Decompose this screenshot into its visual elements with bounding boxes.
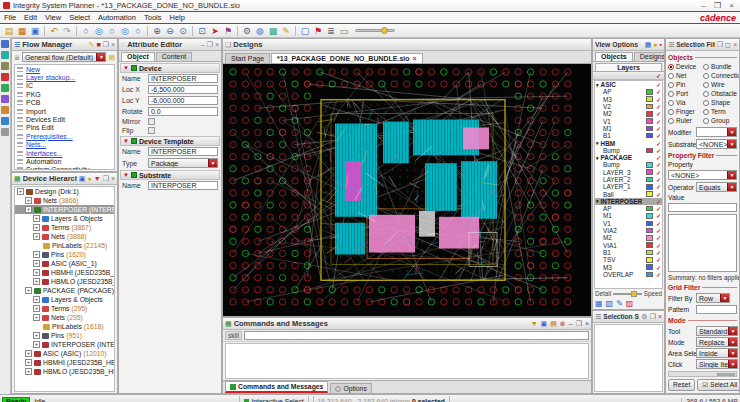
check-all-icon[interactable]: ✓ [656, 72, 661, 79]
close-panel-icon[interactable]: × [111, 41, 115, 48]
layer-row-asic[interactable]: ▾ASIC✓ [595, 81, 662, 88]
close-panel-icon[interactable]: × [733, 41, 737, 48]
visibility-check-icon[interactable]: ✓ [656, 242, 661, 249]
zoom-out-icon[interactable]: ⊖ [164, 25, 176, 37]
layer-row-bump[interactable]: Bump✓ [595, 147, 662, 154]
layer-color-swatch[interactable] [646, 184, 653, 190]
layer-row-layer_1[interactable]: LAYER_1✓ [595, 183, 662, 190]
visibility-check-icon[interactable]: ✓ [656, 198, 661, 205]
ref-visibility-icon[interactable]: ▧ [606, 299, 614, 308]
expander-icon[interactable]: + [25, 197, 32, 204]
radio-button-icon[interactable] [668, 73, 674, 79]
radio-button-icon[interactable] [668, 64, 674, 70]
tree-node[interactable]: +HBMHI (JESD235B_HBM_1) [15, 268, 114, 277]
float-panel-icon[interactable]: ❒ [650, 313, 656, 320]
measure-icon[interactable]: ▭ [338, 25, 350, 37]
view-options-tab-designs[interactable]: Designs [634, 52, 665, 61]
rotate-input[interactable]: 0.0 [148, 107, 218, 116]
radio-shape[interactable]: Shape [703, 99, 739, 106]
layer-row-b1[interactable]: B1✓ [595, 132, 662, 139]
layer-row-ap[interactable]: AP✓ [595, 205, 662, 212]
fill-visibility-icon[interactable]: ▨ [626, 299, 634, 308]
name-input[interactable]: INTERPOSER [148, 74, 218, 83]
open-file-icon[interactable]: ▦ [16, 25, 28, 37]
radio-net[interactable]: Net [668, 72, 703, 79]
expander-icon[interactable]: + [33, 233, 40, 240]
tab-content[interactable]: Content [156, 52, 193, 61]
float-panel-icon[interactable]: ❒ [717, 41, 723, 48]
layer-color-swatch[interactable] [646, 235, 653, 241]
chevron-down-icon[interactable]: ▼ [727, 183, 736, 191]
view-4-icon[interactable]: ◎ [119, 25, 131, 37]
open-flow-icon[interactable]: ▤ [108, 54, 115, 61]
layer-color-swatch[interactable] [646, 169, 653, 175]
flow-task-layer-stackup[interactable]: Layer stackup... [15, 73, 114, 81]
minimize-panel-icon[interactable]: – [201, 41, 205, 48]
property-list-box[interactable] [668, 214, 737, 272]
expander-icon[interactable]: + [25, 287, 32, 294]
layer-color-swatch[interactable] [646, 96, 653, 102]
radio-button-icon[interactable] [703, 100, 709, 106]
radio-pin[interactable]: Pin [668, 81, 703, 88]
layer-color-swatch[interactable] [646, 206, 653, 212]
radio-button-icon[interactable] [668, 82, 674, 88]
expander-icon[interactable]: + [33, 341, 40, 348]
maximize-button[interactable]: ❒ [712, 1, 723, 11]
property-select[interactable]: <NONE> ▼ [668, 170, 737, 180]
visibility-check-icon[interactable]: ✓ [656, 132, 661, 139]
flow-select[interactable]: General flow (Default) ▼ [22, 52, 107, 62]
expander-icon[interactable]: + [33, 224, 40, 231]
visibility-check-icon[interactable]: ✓ [656, 110, 661, 117]
filter-icon[interactable]: ▼ [94, 175, 101, 182]
workspace-5-icon[interactable] [1, 84, 9, 92]
tree-node[interactable]: PinLabels(22145) [15, 241, 114, 250]
substrate-select[interactable]: <NONE> ▼ [696, 139, 737, 149]
tree-node[interactable]: +ASIC (ASIC_1) [15, 259, 114, 268]
layer-row-m3[interactable]: M3✓ [595, 96, 662, 103]
expander-icon[interactable]: + [33, 215, 40, 222]
workspace-7-icon[interactable] [1, 106, 9, 114]
view-3-icon[interactable]: ○ [106, 25, 118, 37]
radio-button-icon[interactable] [668, 109, 674, 115]
tree-node[interactable]: +Layers & Objects [15, 214, 114, 223]
layer-color-swatch[interactable] [646, 148, 653, 154]
design-tab-active[interactable]: *13_PACKAGE_DONE_NO_BUNDLE.sio× [271, 53, 423, 63]
dock-panel-icon[interactable]: ◻ [725, 41, 731, 48]
loc-y-input[interactable]: -6,000.000 [148, 96, 218, 105]
settings-icon[interactable]: ⚙ [641, 313, 647, 320]
edit-flow-icon[interactable]: ✎ [89, 41, 95, 48]
net-visibility-icon[interactable]: ▦ [595, 299, 603, 308]
workspace-3-icon[interactable] [1, 62, 9, 70]
workspace-2-icon[interactable] [1, 51, 9, 59]
layer-color-swatch[interactable] [646, 272, 653, 278]
tree-node[interactable]: +Nets(295) [15, 313, 114, 322]
chevron-down-icon[interactable]: ▼ [727, 128, 736, 136]
refresh-icon[interactable]: ▣ [79, 175, 86, 182]
command-input[interactable] [244, 331, 589, 340]
radio-button-icon[interactable] [668, 118, 674, 124]
view-options-tab-objects[interactable]: Objects [595, 52, 633, 61]
expander-icon[interactable]: + [33, 305, 40, 312]
layer-row-b1[interactable]: B1✓ [595, 249, 662, 256]
layer-row-layer_3[interactable]: LAYER_3✓ [595, 169, 662, 176]
layer-color-swatch[interactable] [646, 89, 653, 95]
visibility-check-icon[interactable]: ✓ [656, 227, 661, 234]
text-visibility-icon[interactable]: ✎ [616, 299, 623, 308]
visibility-check-icon[interactable]: ✓ [656, 271, 661, 278]
menu-automation[interactable]: Automation [98, 13, 136, 22]
flow-task-pins-edit[interactable]: Pins Edit [15, 124, 114, 132]
layer-color-swatch[interactable] [646, 250, 653, 256]
flow-task-prerequisites[interactable]: Prerequisites... [15, 132, 114, 140]
tree-node[interactable]: +Terms(295) [15, 304, 114, 313]
expander-icon[interactable]: + [17, 188, 24, 195]
type-select[interactable]: Package▼ [148, 158, 218, 168]
chevron-down-icon[interactable]: ▼ [727, 171, 736, 179]
save-icon[interactable]: ▣ [29, 25, 41, 37]
visibility-check-icon[interactable]: ✓ [656, 212, 661, 219]
click-select[interactable]: Single Item▼ [696, 359, 738, 369]
flow-task-ic[interactable]: IC [15, 82, 114, 90]
close-icon[interactable]: × [585, 320, 589, 327]
clear-icon[interactable]: ⊗ [560, 320, 566, 327]
visibility-check-icon[interactable]: ✓ [656, 161, 661, 168]
close-panel-icon[interactable]: × [658, 313, 662, 320]
